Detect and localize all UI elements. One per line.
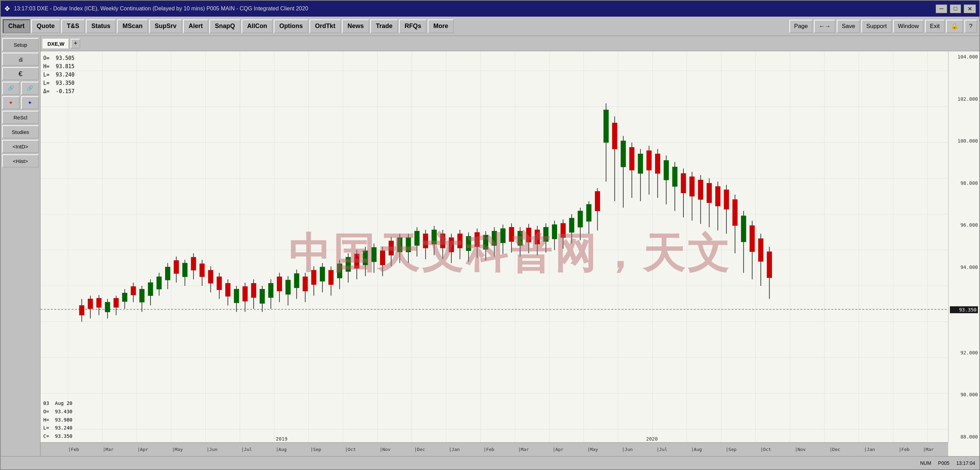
svg-rect-173 bbox=[655, 154, 660, 174]
close-button[interactable]: ✕ bbox=[964, 5, 976, 13]
minimize-button[interactable]: ─ bbox=[936, 5, 947, 13]
studies-button[interactable]: Studies bbox=[2, 125, 39, 139]
exit-button[interactable]: Exit bbox=[925, 20, 944, 33]
price-axis: 104.000 102.000 100.000 98.000 96.000 94… bbox=[948, 51, 979, 442]
add-tab-button[interactable]: + bbox=[71, 39, 80, 48]
setup-button[interactable]: Setup bbox=[2, 38, 39, 51]
window-button[interactable]: Window bbox=[893, 20, 924, 33]
star-button[interactable]: ✦ bbox=[2, 96, 20, 109]
rescl-button[interactable]: ReScl bbox=[2, 111, 39, 124]
hist-button[interactable]: <Hist> bbox=[2, 155, 39, 167]
menu-news[interactable]: News bbox=[342, 19, 369, 33]
time-may2: |May bbox=[587, 447, 598, 452]
time-aug: |Aug bbox=[276, 447, 286, 452]
save-button[interactable]: Save bbox=[837, 20, 860, 33]
currency-button[interactable]: € bbox=[2, 67, 39, 80]
svg-rect-107 bbox=[372, 247, 377, 262]
price-102: 102.000 bbox=[950, 96, 978, 102]
status-bar: NUM P005 13:17:04 bbox=[1, 456, 979, 469]
svg-rect-177 bbox=[672, 167, 677, 186]
restore-button[interactable]: □ bbox=[950, 5, 961, 13]
menu-allcon[interactable]: AllCon bbox=[242, 19, 273, 33]
year-2020: 2020 bbox=[646, 436, 658, 441]
svg-rect-53 bbox=[140, 289, 144, 302]
svg-rect-71 bbox=[217, 277, 222, 290]
chart-tab-dxe[interactable]: DXE,W bbox=[43, 39, 69, 48]
menu-options[interactable]: Options bbox=[274, 19, 308, 33]
svg-rect-171 bbox=[647, 151, 652, 170]
svg-rect-185 bbox=[707, 183, 712, 203]
svg-rect-117 bbox=[415, 231, 419, 245]
plus-button[interactable]: ✦ bbox=[21, 96, 39, 109]
time-axis: |Feb |Mar |Apr |May |Jun |Jul |Aug |Sep … bbox=[40, 442, 948, 456]
sidebar: Setup 🖨 € 🔗 🔗 ✦ ✦ ReScl Studies <IntD> <… bbox=[1, 36, 40, 456]
menu-chart[interactable]: Chart bbox=[3, 19, 30, 33]
star-icon: ✦ bbox=[9, 100, 13, 106]
link-button-2[interactable]: 🔗 bbox=[21, 82, 39, 95]
price-96: 96.000 bbox=[950, 222, 978, 228]
bottom-date: 03 Aug 20 bbox=[43, 399, 72, 408]
menu-status[interactable]: Status bbox=[86, 19, 116, 33]
svg-rect-197 bbox=[759, 239, 764, 261]
menu-more[interactable]: More bbox=[428, 19, 453, 33]
svg-rect-161 bbox=[603, 110, 608, 143]
menu-ordtkt[interactable]: OrdTkt bbox=[309, 19, 341, 33]
svg-rect-181 bbox=[690, 177, 695, 196]
svg-rect-95 bbox=[320, 267, 325, 281]
menu-ts[interactable]: T&S bbox=[61, 19, 85, 33]
svg-rect-187 bbox=[715, 186, 720, 206]
svg-rect-111 bbox=[388, 241, 393, 255]
menu-quote[interactable]: Quote bbox=[31, 19, 60, 33]
print-button[interactable]: 🖨 bbox=[2, 53, 39, 66]
link-icon-2: 🔗 bbox=[27, 85, 33, 91]
svg-rect-129 bbox=[466, 236, 471, 250]
menu-rfqs[interactable]: RFQs bbox=[399, 19, 427, 33]
nav-button[interactable]: ←→ bbox=[814, 20, 835, 33]
intd-button[interactable]: <IntD> bbox=[2, 140, 39, 153]
time-jul: |Jul bbox=[241, 447, 252, 452]
svg-rect-137 bbox=[500, 228, 505, 243]
page-button[interactable]: Page bbox=[789, 20, 813, 33]
time-may: |May bbox=[172, 447, 183, 452]
svg-rect-151 bbox=[561, 223, 565, 237]
print-icon: 🖨 bbox=[18, 56, 23, 62]
link-button-1[interactable]: 🔗 bbox=[2, 82, 20, 95]
time-nov2: |Nov bbox=[795, 447, 806, 452]
chart-svg bbox=[40, 51, 948, 442]
window-controls: ─ □ ✕ bbox=[936, 5, 976, 13]
lock-button[interactable]: 🔒 bbox=[946, 20, 963, 33]
menu-bar: Chart Quote T&S Status MScan SupSrv Aler… bbox=[1, 17, 979, 36]
svg-rect-115 bbox=[406, 238, 411, 252]
svg-rect-45 bbox=[105, 302, 110, 312]
svg-rect-55 bbox=[148, 283, 153, 296]
time-indicator: 13:17:04 bbox=[956, 460, 975, 466]
support-button[interactable]: Support bbox=[861, 20, 892, 33]
svg-rect-153 bbox=[569, 218, 574, 232]
menu-snapq[interactable]: SnapQ bbox=[209, 19, 240, 33]
price-90: 90.000 bbox=[950, 392, 978, 397]
time-feb2: |Feb bbox=[484, 447, 494, 452]
main-area: Setup 🖨 € 🔗 🔗 ✦ ✦ ReScl Studies <IntD> <… bbox=[1, 36, 979, 456]
svg-rect-41 bbox=[88, 299, 93, 309]
svg-rect-175 bbox=[664, 160, 668, 180]
svg-rect-165 bbox=[621, 141, 626, 167]
price-88: 88.000 bbox=[950, 434, 978, 440]
price-104: 104.000 bbox=[950, 54, 978, 59]
price-98: 98.000 bbox=[950, 180, 978, 186]
time-jan2: |Jan bbox=[864, 447, 875, 452]
svg-rect-51 bbox=[131, 287, 136, 295]
menu-supsrv[interactable]: SupSrv bbox=[149, 19, 182, 33]
page-indicator: P005 bbox=[938, 460, 950, 466]
time-apr2: |Apr bbox=[553, 447, 563, 452]
svg-rect-109 bbox=[380, 250, 385, 265]
price-92: 92.000 bbox=[950, 350, 978, 355]
time-jan: |Jan bbox=[449, 447, 460, 452]
menu-trade[interactable]: Trade bbox=[370, 19, 398, 33]
menu-alert[interactable]: Alert bbox=[183, 19, 208, 33]
svg-rect-47 bbox=[114, 298, 119, 307]
svg-rect-77 bbox=[243, 287, 247, 301]
menu-mscan[interactable]: MScan bbox=[117, 19, 148, 33]
svg-rect-113 bbox=[397, 238, 402, 252]
chart-tab-bar: DXE,W + bbox=[40, 36, 979, 51]
help-button[interactable]: ? bbox=[964, 20, 977, 33]
